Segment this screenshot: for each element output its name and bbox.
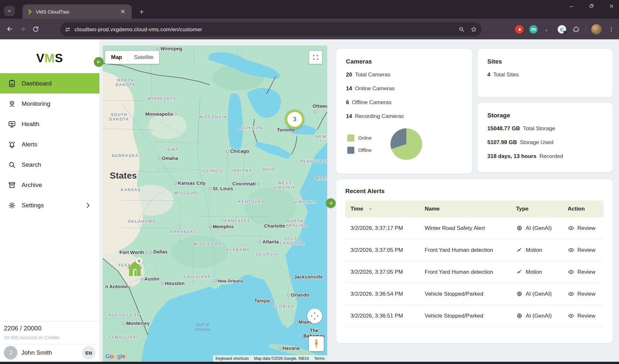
- map-city-label: Cincinnati: [232, 181, 259, 186]
- cameras-pie-chart: [391, 128, 422, 160]
- stat-value: 4: [487, 72, 490, 78]
- legend-swatch: [347, 147, 354, 154]
- url-bar[interactable]: cloudtwo-prod.vxgdemo.cloud-vms.com/en/c…: [60, 22, 482, 36]
- sidebar-item-health[interactable]: Health: [0, 114, 99, 134]
- sidebar-item-monitoring[interactable]: Monitoring: [0, 93, 99, 114]
- column-header-time[interactable]: Time: [345, 206, 420, 212]
- forward-button[interactable]: [16, 23, 29, 35]
- street-view-pegman[interactable]: [309, 336, 324, 351]
- terms-link[interactable]: Terms: [311, 355, 327, 362]
- extensions-puzzle-icon[interactable]: [572, 25, 581, 34]
- window-minimize-button[interactable]: [569, 3, 574, 10]
- map-region-label: NORTH DAKOTA: [116, 78, 136, 87]
- sidebar: VMS DashboardMonitoringHealthAlertsSearc…: [0, 39, 99, 362]
- map-water-label: Gulf of America: [195, 322, 210, 332]
- review-button[interactable]: Review: [568, 312, 595, 319]
- alert-type: AI (GenAI): [511, 290, 563, 297]
- storage-card: Storage 15048.77 GBTotal Storage5107.98 …: [478, 103, 613, 172]
- window-restore-button[interactable]: [589, 3, 594, 10]
- map-region-label: SOUTH DAKOTA: [109, 113, 129, 122]
- dashboard-icon: [8, 79, 16, 88]
- review-button[interactable]: Review: [568, 247, 595, 253]
- expand-panel-button[interactable]: [326, 198, 336, 208]
- alert-type-label: AI (GenAI): [526, 291, 552, 297]
- google-logo[interactable]: Google: [105, 353, 125, 360]
- user-row[interactable]: J John Smith EN: [0, 344, 99, 362]
- stat-line: 15048.77 GBTotal Storage: [487, 125, 603, 132]
- alert-type-label: Motion: [526, 247, 542, 253]
- sites-card-title: Sites: [478, 49, 613, 65]
- eyedropper-extension-icon[interactable]: [543, 25, 552, 34]
- sidebar-item-dashboard[interactable]: Dashboard: [0, 73, 99, 93]
- alert-row: 3/2/2026, 3:36:54 PMVehicle Stopped/Park…: [345, 283, 604, 305]
- password-manager-extension-icon[interactable]: C: [557, 25, 566, 34]
- review-button[interactable]: Review: [568, 290, 595, 297]
- legend-item-online: Online: [347, 134, 372, 142]
- collapse-sidebar-button[interactable]: [94, 57, 104, 67]
- bookmark-star-icon[interactable]: [471, 26, 477, 33]
- sidebar-item-archive[interactable]: Archive: [0, 175, 99, 195]
- close-icon: [609, 3, 614, 9]
- column-header-name[interactable]: Name: [420, 206, 511, 212]
- column-header-type[interactable]: Type: [511, 206, 563, 212]
- map-type-control: Map Satellite: [105, 51, 159, 64]
- review-button[interactable]: Review: [568, 269, 595, 275]
- tab-search-button[interactable]: [4, 6, 15, 16]
- alert-action: Review: [563, 247, 604, 253]
- pan-arrows-icon: [310, 311, 320, 321]
- arrow-left-icon: [96, 59, 101, 64]
- review-label: Review: [577, 313, 595, 319]
- new-tab-button[interactable]: +: [137, 7, 147, 17]
- stat-label: Online Cameras: [355, 85, 395, 92]
- sidebar-item-alerts[interactable]: Alerts: [0, 134, 99, 154]
- browser-tab[interactable]: VMS CloudTwo ✕: [23, 5, 132, 19]
- stat-line: 4Total Sites: [487, 72, 603, 78]
- sidebar-item-search[interactable]: Search: [0, 154, 99, 175]
- map-region-label: IOWA: [166, 147, 179, 152]
- stat-value: 6: [346, 99, 349, 105]
- map-pan-control[interactable]: [307, 309, 322, 323]
- sidebar-item-settings[interactable]: Settings: [0, 195, 99, 215]
- browser-menu-button[interactable]: [607, 25, 616, 34]
- stat-line: 20Total Cameras: [346, 72, 462, 78]
- monitoring-icon: [8, 100, 16, 108]
- browser-profile-avatar[interactable]: [591, 24, 602, 34]
- chevron-down-icon: [7, 8, 12, 14]
- language-selector[interactable]: EN: [82, 346, 96, 359]
- map-region-label: MINNESOTA: [148, 96, 176, 101]
- keyboard-shortcuts-link[interactable]: Keyboard shortcuts: [213, 355, 251, 362]
- map-data-text: Map data ©2026 Google, INEGI: [251, 355, 311, 362]
- minimize-icon: [569, 3, 574, 9]
- map-city-label: Jacksonville: [290, 274, 323, 280]
- m-extension-icon[interactable]: m: [529, 25, 538, 34]
- map-cluster-marker[interactable]: 3: [285, 110, 304, 129]
- eye-icon: [568, 247, 574, 253]
- tab-close-button[interactable]: ✕: [118, 7, 127, 16]
- map-city-label: Fort Worth: [119, 250, 147, 255]
- map-view-button[interactable]: Map: [105, 51, 128, 64]
- map-region-label: MISSISSIPPI: [194, 242, 223, 246]
- sidebar-item-label: Settings: [22, 202, 44, 209]
- window-controls: [569, 3, 614, 10]
- map-fullscreen-button[interactable]: [309, 51, 322, 64]
- back-button[interactable]: [3, 23, 16, 35]
- zoom-out-icon[interactable]: [458, 26, 465, 33]
- map-city-label: New Orleans: [214, 279, 243, 284]
- satellite-view-button[interactable]: Satellite: [128, 51, 159, 64]
- stat-label: Recording Cameras: [355, 113, 404, 119]
- review-button[interactable]: Review: [568, 225, 595, 231]
- window-close-button[interactable]: [609, 3, 614, 10]
- cameras-stats: 20Total Cameras14Online Cameras6Offline …: [336, 65, 472, 120]
- cameras-card: Cameras 20Total Cameras14Online Cameras6…: [336, 49, 472, 173]
- map-region-label: OKLAHOMA: [128, 219, 156, 224]
- legend-item-offline: Offline: [347, 147, 372, 154]
- map-region-label: WISCONSIN: [199, 115, 227, 119]
- reload-button[interactable]: [29, 23, 42, 35]
- logo-letter-m: M: [45, 52, 55, 65]
- google-map[interactable]: WinnipegNORTH DAKOTAMINNESOTAMinneapolis…: [103, 45, 327, 362]
- credits-block: 2206 / 20000 20 000 Account AI Credits: [0, 321, 99, 344]
- adblock-extension-icon[interactable]: [515, 25, 524, 34]
- vms-favicon: [27, 9, 33, 15]
- column-header-label: Action: [568, 206, 585, 212]
- column-header-action[interactable]: Action: [563, 206, 604, 212]
